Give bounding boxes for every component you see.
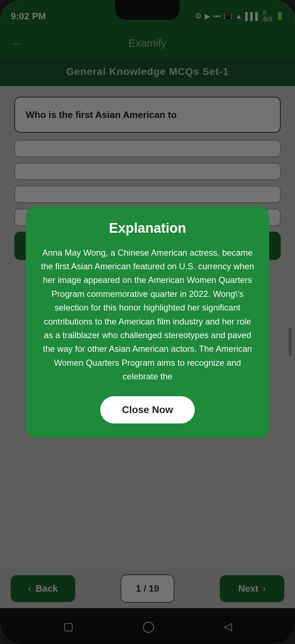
explanation-modal: Explanation Anna May Wong, a Chinese Ame…	[26, 206, 269, 438]
explanation-body: Anna May Wong, a Chinese American actres…	[39, 246, 256, 384]
close-now-label: Close Now	[122, 404, 173, 415]
explanation-title: Explanation	[39, 221, 256, 236]
close-now-button[interactable]: Close Now	[100, 396, 194, 423]
phone-screen: 9:02 PM ⚙ ▶ ••• 📳 ▲ ▌▌▌ 0B/S 🔋 ← Examify	[0, 0, 295, 644]
modal-overlay: Explanation Anna May Wong, a Chinese Ame…	[0, 0, 295, 644]
phone-frame: 9:02 PM ⚙ ▶ ••• 📳 ▲ ▌▌▌ 0B/S 🔋 ← Examify	[0, 0, 295, 644]
